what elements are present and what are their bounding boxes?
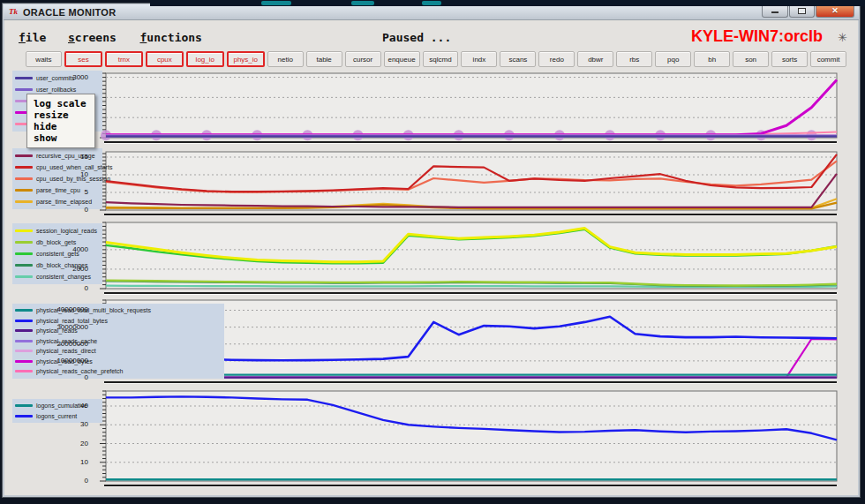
legend-label: physical_reads_cache xyxy=(36,338,97,344)
window-title: ORACLE MONITOR xyxy=(23,7,116,18)
legend-label: parse_time_elapsed xyxy=(36,199,92,205)
tab-table[interactable]: table xyxy=(306,51,342,67)
legend-label: physical_read_total_bytes xyxy=(36,318,108,324)
legend-item[interactable]: cpu_used_when_call_starts xyxy=(15,162,100,173)
legend-item[interactable]: logons_current xyxy=(15,411,100,422)
legend-item[interactable]: physical_read_bytes xyxy=(15,357,222,367)
tab-enqueue[interactable]: enqueue xyxy=(384,51,420,67)
legend-label: physical_reads_direct xyxy=(36,348,96,354)
legend-swatch xyxy=(15,77,33,79)
legend-swatch xyxy=(15,200,33,203)
tab-rbs[interactable]: rbs xyxy=(616,51,652,67)
context-menu-item-log-scale[interactable]: log scale xyxy=(27,98,94,109)
legend-label: physical_read_total_multi_block_requests xyxy=(36,307,151,313)
plot-area[interactable] xyxy=(92,222,844,296)
legend-label: physical_read_bytes xyxy=(36,358,93,365)
menubar: Paused ... KYLE-WIN7:orclb ✳ filescreens… xyxy=(4,27,858,47)
legend-item[interactable]: physical_reads_cache_prefetch xyxy=(15,366,222,377)
legend-label: user_commits xyxy=(36,75,75,81)
maximize-button[interactable] xyxy=(789,4,815,18)
legend-swatch xyxy=(15,350,33,352)
tab-commit[interactable]: commit xyxy=(810,51,846,67)
tab-phys_io[interactable]: phys_io xyxy=(227,51,265,67)
minimize-button[interactable] xyxy=(762,4,788,18)
host-label: KYLE-WIN7:orclb xyxy=(691,27,823,46)
desktop-background xyxy=(150,0,865,6)
legend-item[interactable]: physical_reads_cache xyxy=(15,336,222,347)
tab-redo[interactable]: redo xyxy=(538,51,575,67)
legend-label: consistent_changes xyxy=(36,274,91,280)
tab-pqo[interactable]: pqo xyxy=(655,51,691,67)
legend-swatch xyxy=(15,154,33,157)
legend-swatch xyxy=(15,88,33,91)
legend-swatch xyxy=(15,252,33,255)
legend-swatch xyxy=(15,241,33,244)
chart-legend: physical_read_total_multi_block_requests… xyxy=(12,304,224,379)
legend-label: consistent_gets xyxy=(36,251,79,257)
close-button[interactable]: ✕ xyxy=(816,4,854,18)
legend-label: logons_current xyxy=(36,413,77,419)
tab-trnx[interactable]: trnx xyxy=(105,51,143,67)
legend-item[interactable]: db_block_changes xyxy=(15,260,100,271)
menu-file[interactable]: file xyxy=(19,31,46,44)
plot-area[interactable] xyxy=(92,152,844,217)
titlebar[interactable]: Tk ORACLE MONITOR ✕ xyxy=(4,4,859,20)
legend-swatch xyxy=(15,329,33,332)
legend-item[interactable]: physical_read_total_multi_block_requests xyxy=(15,305,222,316)
legend-label: physical_reads xyxy=(36,327,78,334)
tab-netio[interactable]: netio xyxy=(267,51,304,67)
tab-sqlcmd[interactable]: sqlcmd xyxy=(423,51,459,67)
window-controls: ✕ xyxy=(761,4,854,18)
legend-item[interactable]: parse_time_elapsed xyxy=(15,196,100,207)
legend-item[interactable]: cpu_used_by_this_session xyxy=(15,173,100,184)
legend-swatch xyxy=(15,275,33,278)
tab-cpux[interactable]: cpux xyxy=(146,51,184,67)
context-menu-item-hide[interactable]: hide xyxy=(27,121,94,132)
legend-item[interactable]: consistent_changes xyxy=(15,271,100,282)
legend-swatch xyxy=(15,264,33,267)
legend-label: user_rollbacks xyxy=(36,87,76,93)
plot-area[interactable] xyxy=(92,391,844,488)
legend-swatch xyxy=(15,189,33,192)
context-menu-item-resize[interactable]: resize xyxy=(27,109,94,121)
legend-item[interactable]: user_commits xyxy=(15,72,100,84)
tab-indx[interactable]: indx xyxy=(461,51,497,67)
tab-ses[interactable]: ses xyxy=(64,51,102,67)
chart-legend: session_logical_readsdb_block_getsconsis… xyxy=(12,223,102,284)
tab-dbwr[interactable]: dbwr xyxy=(577,51,613,67)
legend-item[interactable]: physical_read_total_bytes xyxy=(15,316,222,327)
legend-item[interactable]: physical_reads xyxy=(15,326,222,336)
legend-label: db_block_changes xyxy=(36,262,87,268)
gear-icon[interactable]: ✳ xyxy=(838,31,847,44)
legend-label: db_block_gets xyxy=(36,239,76,245)
menu-functions[interactable]: functions xyxy=(140,31,202,44)
tab-bh[interactable]: bh xyxy=(694,51,730,67)
menu-screens[interactable]: screens xyxy=(68,31,117,44)
minimize-icon xyxy=(771,9,778,13)
legend-swatch xyxy=(15,309,33,312)
legend-item[interactable]: logons_cumulative xyxy=(15,401,100,411)
background-button xyxy=(422,1,441,5)
tab-sorts[interactable]: sorts xyxy=(771,51,808,67)
tab-cursor[interactable]: cursor xyxy=(345,51,381,67)
legend-item[interactable]: db_block_gets xyxy=(15,237,100,248)
tab-waits[interactable]: waits xyxy=(26,51,62,67)
legend-swatch xyxy=(15,360,33,363)
legend-item[interactable]: parse_time_cpu xyxy=(15,184,100,196)
legend-swatch xyxy=(15,370,33,372)
maximize-icon xyxy=(798,8,806,14)
tab-son[interactable]: son xyxy=(733,51,769,67)
legend-swatch xyxy=(15,320,33,322)
legend-item[interactable]: physical_reads_direct xyxy=(15,346,222,357)
background-button xyxy=(351,1,374,5)
legend-label: cpu_used_by_this_session xyxy=(36,176,110,182)
tab-scans[interactable]: scans xyxy=(500,51,536,67)
context-menu-item-show[interactable]: show xyxy=(27,132,94,144)
tab-log_io[interactable]: log_io xyxy=(186,51,224,67)
legend-item[interactable]: session_logical_reads xyxy=(15,225,100,237)
legend-item[interactable]: recursive_cpu_usage xyxy=(15,150,100,162)
charts-area: user_commitsuser_rollbacks3000 recursive… xyxy=(0,0,865,504)
legend-item[interactable]: consistent_gets xyxy=(15,248,100,260)
legend-swatch xyxy=(15,415,33,417)
plot-area[interactable] xyxy=(92,73,844,145)
